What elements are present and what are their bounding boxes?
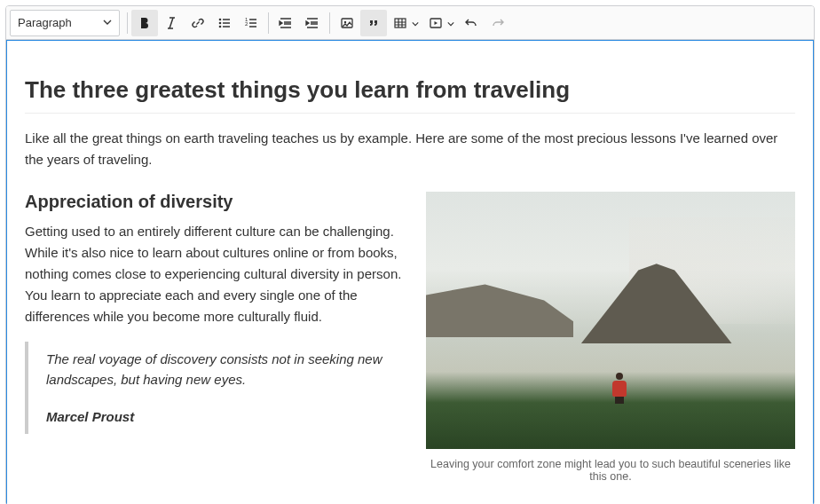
two-column-layout: Appreciation of diversity Getting used t… xyxy=(25,192,795,483)
svg-point-6 xyxy=(344,20,346,22)
chevron-down-icon xyxy=(103,16,112,29)
separator xyxy=(268,12,269,34)
text-column: Appreciation of diversity Getting used t… xyxy=(25,192,406,483)
numbered-list-button[interactable]: 12 xyxy=(238,10,264,36)
italic-button[interactable] xyxy=(158,10,185,36)
image-button[interactable] xyxy=(334,10,360,36)
outdent-button[interactable] xyxy=(272,10,299,36)
section-body[interactable]: Getting used to an entirely different cu… xyxy=(25,221,406,327)
link-button[interactable] xyxy=(185,10,211,36)
media-button[interactable] xyxy=(422,10,449,36)
heading-dropdown-label: Paragraph xyxy=(18,16,72,29)
block-quote[interactable]: The real voyage of discovery consists no… xyxy=(25,342,406,434)
separator xyxy=(329,12,330,34)
chevron-down-icon[interactable] xyxy=(447,15,454,31)
svg-text:2: 2 xyxy=(245,21,248,27)
quote-text: The real voyage of discovery consists no… xyxy=(46,351,382,387)
page-title[interactable]: The three greatest things you learn from… xyxy=(25,76,795,104)
ridge-detail xyxy=(426,284,573,337)
landscape-image[interactable] xyxy=(426,192,795,449)
svg-point-0 xyxy=(219,18,222,20)
bulleted-list-button[interactable] xyxy=(211,10,238,36)
svg-rect-7 xyxy=(395,19,406,28)
indent-button[interactable] xyxy=(299,10,326,36)
redo-button[interactable] xyxy=(485,10,511,36)
svg-point-1 xyxy=(219,21,222,24)
figure-caption[interactable]: Leaving your comfort zone might lead you… xyxy=(426,458,795,483)
bold-button[interactable] xyxy=(131,10,158,36)
hiker-detail xyxy=(611,373,628,403)
svg-point-2 xyxy=(219,25,222,28)
table-button[interactable] xyxy=(387,10,414,36)
heading-dropdown[interactable]: Paragraph xyxy=(10,10,120,36)
quote-author: Marcel Proust xyxy=(46,406,406,427)
undo-button[interactable] xyxy=(458,10,485,36)
section-heading[interactable]: Appreciation of diversity xyxy=(25,192,406,212)
divider xyxy=(25,113,795,114)
intro-paragraph[interactable]: Like all the great things on earth trave… xyxy=(25,128,795,170)
separator xyxy=(127,12,128,34)
chevron-down-icon[interactable] xyxy=(412,15,419,31)
article-figure[interactable]: Leaving your comfort zone might lead you… xyxy=(426,192,795,483)
editor: Paragraph 12 xyxy=(5,5,815,504)
toolbar: Paragraph 12 xyxy=(6,6,814,40)
content-area[interactable]: The three greatest things you learn from… xyxy=(6,40,814,504)
blockquote-button[interactable] xyxy=(360,10,387,36)
figure-column: Leaving your comfort zone might lead you… xyxy=(426,192,795,483)
